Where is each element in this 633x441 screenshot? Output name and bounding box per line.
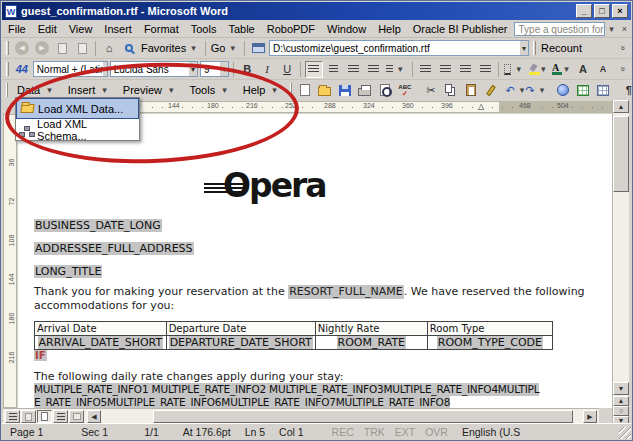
back-button[interactable]: ◀: [13, 40, 31, 57]
toolbar-grip[interactable]: [6, 41, 9, 55]
vertical-scroll-thumb[interactable]: [613, 116, 629, 192]
menu-tools[interactable]: Tools: [185, 21, 223, 37]
if-form-field-tag[interactable]: IF: [34, 350, 47, 361]
menu-view[interactable]: View: [63, 21, 99, 37]
bip-tools-menu-button[interactable]: Tools▾: [184, 82, 235, 98]
menu-item-load-xml-data[interactable]: Load XML Data...: [16, 98, 139, 119]
maximize-button[interactable]: □: [594, 4, 610, 18]
field-departure-date[interactable]: DEPARTURE_DATE_SHORT: [169, 336, 313, 349]
close-button[interactable]: ×: [612, 4, 628, 18]
web-layout-view-button[interactable]: [21, 410, 36, 423]
reading-layout-button[interactable]: [69, 410, 84, 423]
horizontal-scroll-thumb[interactable]: [153, 410, 573, 423]
menu-format[interactable]: Format: [138, 21, 185, 37]
go-button[interactable]: Go ▾: [210, 40, 240, 57]
reservation-table[interactable]: Arrival Date Departure Date Nightly Rate…: [34, 321, 553, 350]
menu-table[interactable]: Table: [222, 21, 260, 37]
grow-font-button[interactable]: A: [574, 61, 592, 78]
insert-table-button[interactable]: [594, 82, 612, 99]
search-web-button[interactable]: [120, 40, 138, 57]
menu-oracle-bi-publisher[interactable]: Oracle BI Publisher: [407, 21, 514, 37]
field-multiple-rate-info[interactable]: MULTIPLE_RATE_INFO1 MULTIPLE_RATE_INFO2 …: [34, 383, 539, 408]
highlight-button[interactable]: ▾: [528, 61, 551, 78]
print-layout-view-button[interactable]: [37, 410, 52, 423]
align-right-button[interactable]: [345, 61, 363, 78]
spelling-button[interactable]: ABC✓: [396, 82, 414, 99]
status-trk-toggle[interactable]: TRK: [364, 426, 385, 438]
increase-indent-button[interactable]: [476, 61, 494, 78]
recount-button[interactable]: Recount: [540, 40, 583, 57]
status-ext-toggle[interactable]: EXT: [395, 426, 415, 438]
decrease-indent-button[interactable]: [456, 61, 474, 78]
help-question-input[interactable]: Type a question for help: [514, 22, 606, 36]
address-dropdown-icon[interactable]: ▾: [520, 41, 528, 55]
italic-button[interactable]: I: [258, 61, 276, 78]
font-color-button[interactable]: A▾: [553, 61, 572, 78]
home-button[interactable]: ⌂: [100, 40, 118, 57]
underline-button[interactable]: U: [278, 61, 296, 78]
menu-insert[interactable]: Insert: [98, 21, 138, 37]
select-browse-object-button[interactable]: ○: [613, 406, 629, 416]
font-select[interactable]: Lucida Sans ▾: [110, 61, 198, 77]
show-web-toolbar-button[interactable]: [249, 40, 267, 57]
menu-help[interactable]: Help: [372, 21, 407, 37]
field-resort-name[interactable]: RESORT_FULL_NAME: [288, 285, 404, 299]
style-select[interactable]: Normal + (Latir ▾: [33, 61, 108, 77]
outline-view-button[interactable]: [53, 410, 68, 423]
field-business-date[interactable]: BUSINESS_DATE_LONG: [34, 219, 162, 232]
font-size-select[interactable]: 9 ▾: [200, 61, 229, 77]
scroll-right-button[interactable]: ▶: [583, 410, 597, 423]
shrink-font-button[interactable]: A: [594, 61, 612, 78]
numbered-list-button[interactable]: [416, 61, 434, 78]
show-formatting-marks-button[interactable]: ¶: [620, 82, 633, 99]
menu-item-load-xml-schema[interactable]: Load XML Schema...: [16, 119, 139, 140]
justify-button[interactable]: [365, 61, 383, 78]
scroll-up-button[interactable]: ▲: [613, 100, 629, 113]
stop-button[interactable]: [53, 40, 71, 57]
field-room-rate[interactable]: ROOM_RATE: [337, 336, 407, 349]
insert-hyperlink-button[interactable]: [554, 82, 572, 99]
toolbar-grip[interactable]: [533, 41, 536, 55]
open-button[interactable]: [316, 82, 334, 99]
styles-and-formatting-button[interactable]: 44: [13, 61, 31, 78]
bip-data-menu-button[interactable]: Data▾: [12, 82, 61, 98]
format-painter-button[interactable]: [482, 82, 500, 99]
indent-marker[interactable]: △: [478, 102, 484, 111]
undo-button[interactable]: ↶▾: [508, 82, 526, 99]
toolbar-options-icon[interactable]: »: [617, 41, 627, 54]
vertical-ruler[interactable]: 36 72 108 144 180 216: [3, 114, 17, 408]
document-page[interactable]: Opera BUSINESS_DATE_LONG ADDRESSEE_FULL_…: [18, 114, 612, 408]
normal-view-button[interactable]: [5, 410, 20, 423]
new-document-button[interactable]: [296, 82, 314, 99]
resize-grip[interactable]: [619, 427, 631, 439]
field-room-type-code[interactable]: ROOM_TYPE_CODE: [437, 336, 543, 349]
save-button[interactable]: [336, 82, 354, 99]
horizontal-scrollbar[interactable]: ◀ ▶: [3, 408, 599, 424]
insert-excel-worksheet-button[interactable]: [574, 82, 592, 99]
style-dropdown-icon[interactable]: ▾: [103, 62, 107, 76]
status-ovr-toggle[interactable]: OVR: [425, 426, 448, 438]
align-left-button[interactable]: [305, 61, 323, 78]
line-spacing-button[interactable]: ▾: [385, 61, 408, 78]
field-long-title[interactable]: LONG_TITLE: [34, 265, 102, 278]
forward-button[interactable]: ▶: [33, 40, 51, 57]
align-center-button[interactable]: [325, 61, 343, 78]
browse-previous-button[interactable]: ▲: [613, 396, 629, 406]
refresh-button[interactable]: [73, 40, 91, 57]
toolbar-options-icon[interactable]: »: [618, 62, 628, 75]
bip-insert-menu-button[interactable]: Insert▾: [63, 82, 116, 98]
field-addressee-address[interactable]: ADDRESSEE_FULL_ADDRESS: [34, 242, 194, 255]
font-size-dropdown-icon[interactable]: ▾: [220, 62, 228, 76]
font-dropdown-icon[interactable]: ▾: [189, 62, 197, 76]
toolbar-grip[interactable]: [6, 62, 9, 76]
print-button[interactable]: [356, 82, 374, 99]
field-arrival-date[interactable]: ARRIVAL_DATE_SHORT: [38, 336, 164, 349]
scroll-left-button[interactable]: ◀: [87, 410, 101, 423]
toolbar-grip[interactable]: [290, 83, 292, 97]
address-bar[interactable]: D:\customize\guest_confirmation.rtf ▾: [269, 40, 529, 56]
toolbar-grip[interactable]: [6, 83, 8, 97]
bip-preview-menu-button[interactable]: Preview▾: [118, 82, 183, 98]
bullet-list-button[interactable]: [436, 61, 454, 78]
favorites-button[interactable]: Favorites ▾: [140, 40, 201, 57]
vertical-scrollbar[interactable]: ▲ ▼ ▲ ○ ▼: [612, 100, 629, 425]
